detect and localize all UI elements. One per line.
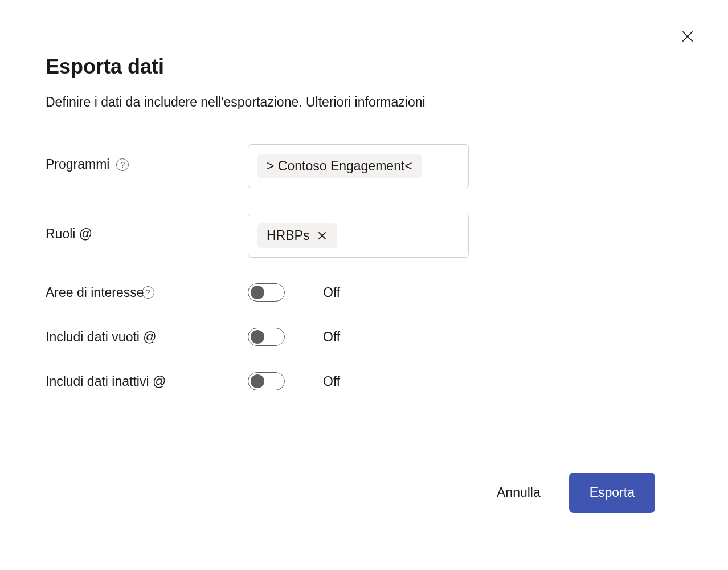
cancel-button[interactable]: Annulla bbox=[491, 475, 546, 511]
dialog-title: Esporta dati bbox=[46, 55, 682, 79]
include-empty-toggle-container: Off bbox=[248, 328, 340, 346]
roles-input[interactable]: HRBPs bbox=[248, 214, 469, 258]
roles-label-container: Ruoli @ bbox=[46, 214, 248, 242]
roles-row: Ruoli @ HRBPs bbox=[46, 214, 682, 258]
focus-areas-label-container: Aree di interesse ? bbox=[46, 285, 248, 300]
roles-chip[interactable]: HRBPs bbox=[257, 223, 337, 248]
include-inactive-row: Includi dati inattivi @ Off bbox=[46, 372, 682, 390]
include-empty-toggle-state: Off bbox=[323, 329, 340, 345]
export-button[interactable]: Esporta bbox=[569, 473, 655, 513]
include-empty-label: Includi dati vuoti @ bbox=[46, 329, 157, 345]
include-empty-row: Includi dati vuoti @ Off bbox=[46, 328, 682, 346]
close-icon bbox=[680, 29, 695, 44]
focus-areas-label: Aree di interesse bbox=[46, 285, 144, 300]
roles-chip-remove[interactable] bbox=[316, 230, 328, 242]
programs-label-container: Programmi ? bbox=[46, 144, 248, 172]
help-icon[interactable]: ? bbox=[142, 286, 154, 299]
include-inactive-label: Includi dati inattivi @ bbox=[46, 374, 166, 389]
toggle-knob bbox=[251, 286, 264, 299]
focus-areas-row: Aree di interesse ? Off bbox=[46, 283, 682, 302]
include-inactive-toggle[interactable] bbox=[248, 372, 285, 390]
programs-chip-text: > Contoso Engagement< bbox=[267, 158, 412, 174]
include-inactive-label-container: Includi dati inattivi @ bbox=[46, 374, 248, 389]
include-empty-toggle[interactable] bbox=[248, 328, 285, 346]
include-inactive-toggle-container: Off bbox=[248, 372, 340, 390]
roles-chip-text: HRBPs bbox=[267, 228, 309, 243]
export-data-dialog: Esporta dati Definire i dati da includer… bbox=[0, 0, 728, 570]
dialog-subtitle: Definire i dati da includere nell'esport… bbox=[46, 95, 682, 110]
include-inactive-toggle-state: Off bbox=[323, 374, 340, 389]
close-icon bbox=[316, 230, 328, 242]
toggle-knob bbox=[251, 330, 264, 344]
programs-row: Programmi ? > Contoso Engagement< bbox=[46, 144, 682, 188]
help-icon[interactable]: ? bbox=[116, 158, 129, 171]
focus-areas-toggle-container: Off bbox=[248, 283, 340, 302]
roles-label: Ruoli @ bbox=[46, 226, 92, 242]
programs-label: Programmi bbox=[46, 157, 109, 172]
programs-chip[interactable]: > Contoso Engagement< bbox=[257, 154, 422, 178]
toggle-knob bbox=[251, 374, 264, 388]
close-button[interactable] bbox=[678, 27, 697, 46]
programs-input[interactable]: > Contoso Engagement< bbox=[248, 144, 469, 188]
dialog-footer: Annulla Esporta bbox=[491, 473, 655, 513]
focus-areas-toggle[interactable] bbox=[248, 283, 285, 302]
include-empty-label-container: Includi dati vuoti @ bbox=[46, 329, 248, 345]
focus-areas-toggle-state: Off bbox=[323, 285, 340, 300]
